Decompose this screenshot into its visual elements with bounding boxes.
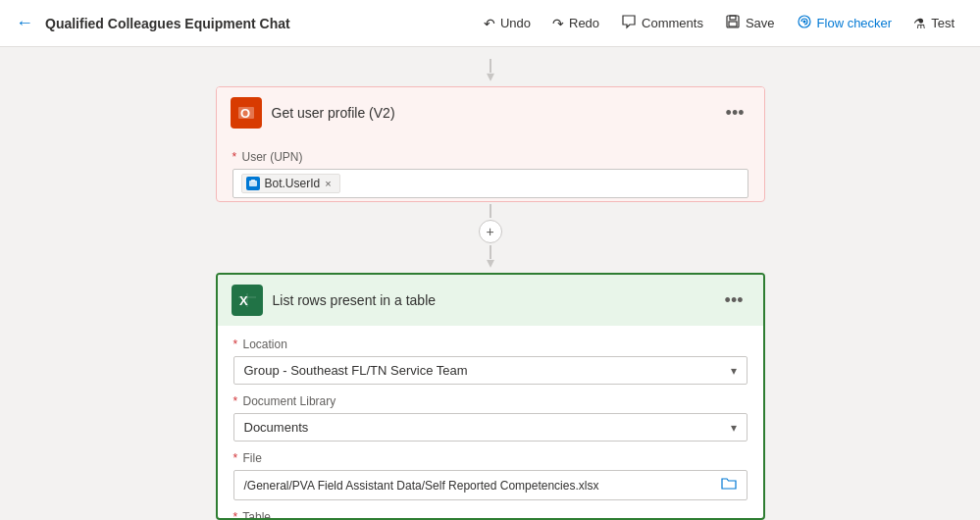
connector-arrow: ▾ [487,69,494,84]
test-icon: ⚗ [913,16,926,31]
save-button[interactable]: Save [715,8,785,38]
top-connector: ▾ [487,59,494,84]
flow-checker-button[interactable]: Flow checker [787,8,903,38]
connector-line-top [490,204,491,218]
location-chevron-icon: ▾ [731,364,737,378]
svg-point-4 [802,21,805,24]
save-icon [725,14,741,32]
list-rows-card: X List rows present in a table ••• * Loc… [216,273,765,520]
card1-title: Get user profile (V2) [272,105,710,121]
table-label: * Table [233,510,748,520]
bot-icon [246,177,260,190]
svg-rect-1 [730,16,736,20]
upn-required-marker: * [232,150,237,164]
document-library-required-marker: * [233,394,238,408]
card1-menu-button[interactable]: ••• [720,99,750,128]
document-library-field-group: * Document Library Documents ▾ [233,394,748,442]
upn-tag-label: Bot.UserId [265,177,321,190]
redo-button[interactable]: ↷ Redo [542,10,609,37]
upn-tag: Bot.UserId × [241,174,340,193]
svg-text:X: X [239,293,248,308]
svg-rect-8 [251,180,255,182]
svg-rect-2 [729,22,737,26]
undo-button[interactable]: ↶ Undo [474,10,541,37]
location-label: * Location [233,338,748,351]
topbar-actions: ↶ Undo ↷ Redo Comments Save [474,8,964,38]
upn-field-group: * User (UPN) Bot.UserId × [232,150,748,198]
undo-icon: ↶ [484,16,495,31]
card2-header: X List rows present in a table ••• [218,275,763,326]
file-input[interactable]: /General/PVA Field Assistant Data/Self R… [233,470,748,500]
upn-label: * User (UPN) [232,150,748,164]
document-library-select[interactable]: Documents ▾ [233,413,748,442]
table-field-group: * Table Catagory × [233,510,748,520]
file-folder-icon [721,477,737,494]
comments-icon [621,14,637,32]
location-required-marker: * [233,338,238,351]
table-required-marker: * [233,510,238,520]
file-value: /General/PVA Field Assistant Data/Self R… [244,479,721,493]
flow-checker-icon [797,14,812,32]
document-library-label: * Document Library [233,394,748,408]
get-user-profile-card: O Get user profile (V2) ••• * User (UPN) [216,86,765,202]
card2-menu-button[interactable]: ••• [719,286,749,315]
location-select[interactable]: Group - Southeast FL/TN Service Team ▾ [233,356,748,385]
comments-button[interactable]: Comments [611,8,713,38]
card2-body: * Location Group - Southeast FL/TN Servi… [218,326,763,520]
top-navigation-bar: ← Qualified Colleagues Equipment Chat ↶ … [0,0,980,47]
office-icon: O [231,97,262,129]
card2-title: List rows present in a table [273,292,709,308]
middle-connector: + ▾ [479,204,502,271]
back-button[interactable]: ← [16,13,33,33]
file-required-marker: * [233,451,238,465]
card1-header: O Get user profile (V2) ••• [217,87,764,138]
test-button[interactable]: ⚗ Test [903,10,964,37]
redo-icon: ↷ [552,16,564,31]
document-library-chevron-icon: ▾ [731,421,737,435]
connector-arrow-bottom: ▾ [487,255,494,271]
location-value: Group - Southeast FL/TN Service Team [244,363,468,378]
excel-icon: X [232,285,263,316]
svg-text:O: O [240,106,250,121]
file-field-group: * File /General/PVA Field Assistant Data… [233,451,748,500]
card1-body: * User (UPN) Bot.UserId × [217,138,764,202]
location-field-group: * Location Group - Southeast FL/TN Servi… [233,338,748,385]
file-label: * File [233,451,748,465]
page-title: Qualified Colleagues Equipment Chat [45,16,470,31]
upn-tag-close[interactable]: × [325,178,331,189]
flow-canvas: ▾ O Get user profile (V2) ••• * User (UP… [0,47,980,520]
add-step-button[interactable]: + [479,220,502,243]
upn-input[interactable]: Bot.UserId × [232,169,748,198]
document-library-value: Documents [244,420,309,435]
